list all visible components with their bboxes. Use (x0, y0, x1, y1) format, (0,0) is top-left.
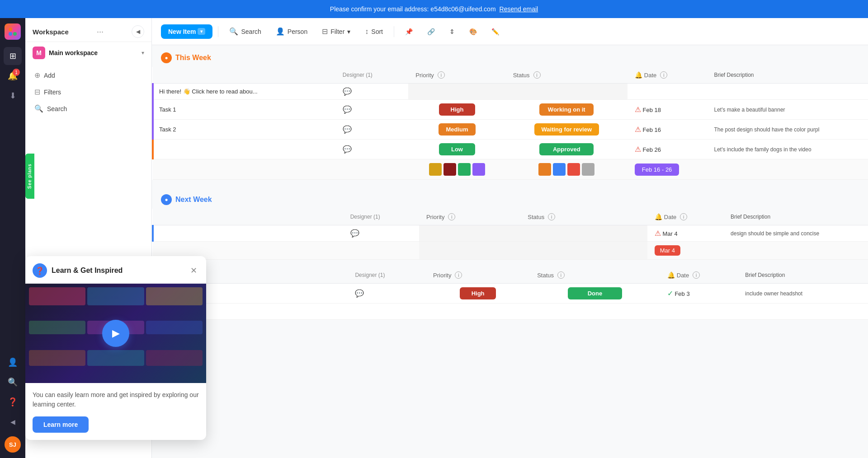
status-cell[interactable]: Approved (506, 140, 627, 159)
nav-icon-download[interactable]: ⬇ (4, 87, 22, 105)
priority-badge-high[interactable]: High (439, 103, 475, 116)
palette-button[interactable]: 🎨 (464, 25, 482, 38)
priority-cell[interactable]: Medium (408, 120, 505, 140)
table-row: Hi there! 👋 Click here to read abou... 💬 (153, 84, 868, 100)
status-badge-done[interactable]: Done (568, 287, 622, 299)
edit-button[interactable]: ✏️ (486, 25, 505, 38)
priority-info-icon[interactable]: i (438, 71, 445, 79)
col-header-designer: Designer (1) (335, 67, 409, 84)
priority-info-icon-nw[interactable]: i (448, 213, 455, 220)
table-container: ● This Week Designer (1) Priority i Stat… (152, 45, 868, 458)
chat-icon[interactable]: 💬 (343, 145, 352, 153)
workspace-dots-menu[interactable]: ··· (97, 27, 104, 37)
nav-icon-help[interactable]: ❓ (4, 393, 22, 411)
chat-icon[interactable]: 💬 (350, 229, 359, 237)
status-info-icon[interactable]: i (533, 71, 541, 79)
chat-icon[interactable]: 💬 (343, 88, 352, 95)
filter-label: Filter (330, 28, 344, 35)
sidebar-nav-search[interactable]: 🔍 Search (29, 101, 148, 117)
priority-badge-high-3[interactable]: High (460, 287, 496, 299)
resend-email-link[interactable]: Resend email (500, 5, 538, 13)
learn-panel-icon: ❓ (33, 263, 47, 278)
search-nav-label: Search (47, 105, 67, 112)
sort-button[interactable]: ↕ Sort (359, 24, 388, 39)
collapse-panel-button[interactable]: ◀ (132, 25, 144, 38)
task-name[interactable]: Task 1 (159, 106, 176, 113)
pin-button[interactable]: 📌 (400, 25, 418, 38)
chat-icon[interactable]: 💬 (355, 290, 364, 297)
priority-cell[interactable]: High (426, 284, 530, 304)
add-row[interactable]: + Add (153, 304, 868, 320)
svg-point-3 (13, 32, 17, 36)
nav-icon-collapse-left[interactable]: ◀ (4, 413, 22, 431)
see-plans-band[interactable]: See plans (25, 154, 34, 199)
summary-status-cell (520, 242, 647, 260)
play-button[interactable]: ▶ (102, 320, 129, 347)
nav-icon-search[interactable]: 🔍 (4, 373, 22, 391)
sort-icon: ↕ (365, 28, 368, 36)
designer-cell: 💬 (335, 84, 409, 100)
nav-icon-people[interactable]: 👤 (4, 353, 22, 371)
summary-desc-cell (723, 242, 868, 260)
new-item-caret[interactable]: ▾ (198, 28, 205, 35)
priority-badge-low[interactable]: Low (439, 143, 475, 155)
learn-more-button[interactable]: Learn more (33, 416, 89, 433)
task-name[interactable]: Task 2 (159, 126, 176, 133)
status-badge-approved[interactable]: Approved (539, 143, 594, 155)
new-item-button[interactable]: New Item ▾ (161, 24, 212, 39)
status-badge-waiting[interactable]: Waiting for review (534, 123, 599, 136)
status-cell[interactable]: Done (530, 284, 660, 304)
priority-cell[interactable]: Low (408, 140, 505, 159)
status-cell[interactable]: Working on it (506, 100, 627, 120)
date-info-icon-3[interactable]: i (693, 271, 700, 279)
status-color-2 (553, 163, 566, 176)
sep1 (218, 26, 218, 37)
user-avatar[interactable]: SJ (5, 436, 21, 453)
table-row: 💬 Low Approved ⚠ Feb 26 (153, 140, 868, 159)
expand-button[interactable]: ⇕ (444, 25, 460, 38)
date-value: Feb 3 (675, 290, 689, 297)
person-button[interactable]: 👤 Person (270, 24, 313, 39)
add-row-cell[interactable]: + Add (153, 304, 868, 320)
desc-cell (707, 84, 868, 100)
status-info-icon-nw[interactable]: i (548, 213, 555, 220)
date-info-icon-nw[interactable]: i (680, 213, 687, 220)
task-name[interactable]: Hi there! 👋 Click here to read abou... (159, 88, 258, 95)
date-value: Feb 18 (642, 107, 660, 113)
add-icon: ⊕ (34, 71, 40, 79)
next-week-icon: ● (161, 194, 172, 205)
chat-icon[interactable]: 💬 (343, 126, 352, 133)
app-logo[interactable] (5, 23, 21, 40)
status-cell[interactable]: Waiting for review (506, 120, 627, 140)
task-cell: Task 1 (153, 100, 335, 120)
status-badge-working[interactable]: Working on it (539, 103, 594, 116)
sidebar-nav-filters[interactable]: ⊟ Filters (29, 84, 148, 100)
third-section: Designer (1) Priority i Status i 🔔 Date … (152, 267, 868, 320)
nav-icon-bell[interactable]: 🔔 1 (4, 67, 22, 85)
task-cell: Task 2 (153, 120, 335, 140)
filter-button[interactable]: ⊟ Filter ▾ (316, 24, 356, 39)
link-button[interactable]: 🔗 (422, 25, 440, 38)
learn-panel-close-button[interactable]: ✕ (189, 264, 199, 277)
sidebar-nav-add[interactable]: ⊕ Add (29, 67, 148, 83)
person-label: Person (288, 28, 307, 35)
person-icon: 👤 (276, 27, 285, 36)
chat-icon[interactable]: 💬 (343, 106, 352, 113)
status-info-icon-3[interactable]: i (557, 271, 565, 279)
col-header-date-3: 🔔 Date i (660, 267, 738, 284)
color-block-2 (443, 163, 456, 176)
priority-badge-medium[interactable]: Medium (439, 123, 475, 136)
priority-info-icon-3[interactable]: i (455, 271, 462, 279)
date-info-icon[interactable]: i (660, 71, 667, 79)
filters-label: Filters (44, 89, 61, 96)
learn-panel-video[interactable]: ▶ (25, 284, 206, 383)
this-week-section-icon: ● (161, 52, 172, 63)
col-header-desc-3: Brief Description (738, 267, 868, 284)
main-workspace-row[interactable]: M Main workspace ▾ (25, 42, 151, 64)
summary-date-cell: Feb 16 - 26 (627, 159, 707, 180)
col-header-designer-nw: Designer (1) (343, 209, 419, 225)
table-row: 💬 High Done ✓ Feb 3 (153, 284, 868, 304)
nav-icon-grid[interactable]: ⊞ (4, 47, 22, 65)
priority-cell[interactable]: High (408, 100, 505, 120)
search-button[interactable]: 🔍 Search (224, 24, 266, 39)
